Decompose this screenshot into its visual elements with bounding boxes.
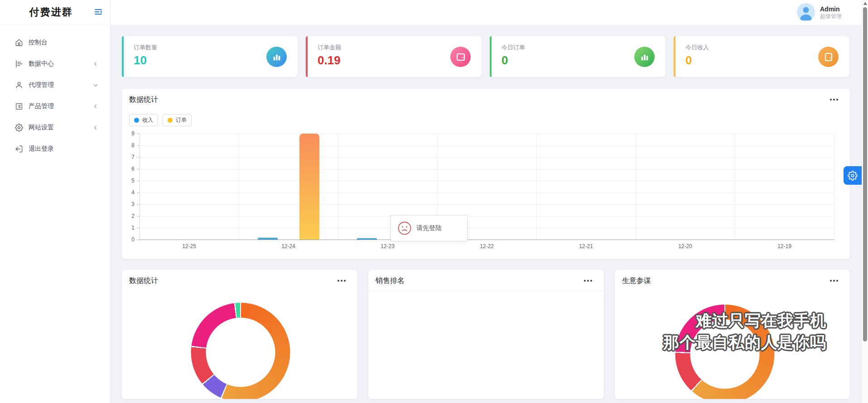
chevron-left-icon [93, 104, 98, 109]
panel-title: 数据统计 [129, 95, 158, 105]
scroll-up-arrow-icon[interactable] [863, 2, 867, 5]
data-icon [15, 60, 23, 68]
sales-ranking-panel: 销售排名 [368, 270, 604, 399]
caption-line: 难过只写在我手机 [663, 310, 826, 331]
sidebar-item-console[interactable]: 控制台 [0, 32, 110, 53]
sidebar-item-label: 代理管理 [29, 81, 93, 89]
sidebar-item-agent-management[interactable]: 代理管理 [0, 74, 110, 96]
stat-card-today-income: 今日收入 0 [674, 36, 849, 77]
page-scrollbar[interactable] [862, 0, 868, 403]
legend-dot-orders [168, 118, 173, 123]
wallet-icon [450, 47, 471, 67]
legend-label: 收入 [142, 116, 153, 124]
sidebar-item-data-center[interactable]: 数据中心 [0, 53, 110, 74]
sidebar-item-label: 退出登录 [29, 145, 98, 153]
bar-收入-12-24 [258, 238, 278, 240]
panel-title: 生意参谋 [622, 276, 651, 286]
stat-label: 今日订单 [502, 43, 656, 52]
gear-icon [848, 171, 858, 181]
avatar [797, 3, 815, 21]
ellipsis-icon[interactable] [830, 99, 838, 101]
sidebar-item-logout[interactable]: 退出登录 [0, 138, 110, 159]
sidebar-item-label: 数据中心 [29, 60, 93, 68]
user-menu[interactable]: Admin 超级管理 [797, 3, 842, 21]
ellipsis-icon[interactable] [338, 280, 346, 282]
login-required-text: 请先登陆 [416, 224, 442, 232]
bar-订单-12-24 [299, 134, 319, 240]
stat-card-order-count: 订单数量 10 [122, 36, 298, 77]
panel-title: 数据统计 [129, 276, 158, 286]
overlay-caption: 难过只写在我手机 那个最自私的人是你吗 [663, 310, 826, 353]
sidebar-item-label: 网站设置 [29, 124, 93, 132]
bar-chart-icon [634, 47, 655, 67]
caption-line: 那个最自私的人是你吗 [663, 331, 826, 353]
stat-label: 今日收入 [685, 43, 839, 52]
chevron-down-icon [93, 82, 98, 88]
business-advisor-panel: 生意参谋 难过只写在我手机 那个最自私的人是你吗 [615, 270, 850, 399]
user-name: Admin [820, 5, 842, 13]
legend-income[interactable]: 收入 [129, 114, 158, 126]
stat-label: 订单金额 [318, 43, 472, 52]
panel-title: 销售排名 [376, 276, 405, 286]
home-icon [15, 38, 23, 47]
ellipsis-icon[interactable] [584, 280, 592, 282]
chevron-left-icon [93, 61, 98, 67]
chevron-left-icon [93, 125, 98, 130]
top-header: Admin 超级管理 [111, 0, 862, 25]
stat-label: 订单数量 [134, 43, 288, 52]
sidebar-item-label: 控制台 [29, 38, 98, 47]
app-logo: 付费进群 [9, 5, 93, 19]
legend-label: 订单 [176, 116, 187, 124]
sidebar-menu: 控制台 数据中心 代理管理 产品管理 网站设置 退出登录 [0, 25, 110, 159]
panel-divider [368, 290, 604, 291]
chart-legend: 收入 订单 [129, 114, 192, 126]
stat-value: 0 [685, 53, 839, 67]
scrollbar-thumb[interactable] [863, 7, 867, 341]
orders-income-bar-chart: 012345678912-2512-2412-2312-2212-2112-20… [140, 134, 834, 240]
legend-dot-income [134, 118, 139, 123]
sidebar: 付费进群 控制台 数据中心 代理管理 产品管理 [0, 0, 111, 403]
ellipsis-icon[interactable] [830, 280, 838, 282]
stat-value: 0 [502, 53, 656, 67]
sad-face-icon [397, 221, 412, 235]
logout-icon [15, 145, 23, 153]
orders-donut-chart [191, 302, 290, 399]
stat-card-order-amount: 订单金额 0.19 [306, 36, 482, 77]
theme-settings-button[interactable] [844, 166, 862, 185]
login-required-popup: 请先登陆 [391, 215, 468, 241]
stat-value: 10 [134, 53, 288, 67]
settings-icon [15, 124, 23, 132]
legend-orders[interactable]: 订单 [163, 114, 192, 126]
stat-value: 0.19 [318, 53, 472, 67]
statistics-panel: 数据统计 收入 订单 012345678912-2512-2412-2312-2… [122, 89, 850, 259]
product-icon [15, 102, 23, 110]
bar-收入-12-23 [357, 238, 377, 240]
user-icon [15, 81, 23, 89]
wallet-icon [818, 47, 839, 67]
sidebar-item-site-settings[interactable]: 网站设置 [0, 117, 110, 138]
sidebar-header: 付费进群 [0, 0, 110, 25]
sidebar-item-label: 产品管理 [29, 102, 93, 110]
menu-fold-icon[interactable] [93, 7, 104, 18]
data-statistics-donut-panel: 数据统计 [122, 270, 357, 399]
sidebar-item-product-management[interactable]: 产品管理 [0, 96, 110, 117]
bar-chart-icon [266, 47, 287, 67]
user-role: 超级管理 [820, 13, 842, 20]
stat-card-today-orders: 今日订单 0 [490, 36, 665, 77]
